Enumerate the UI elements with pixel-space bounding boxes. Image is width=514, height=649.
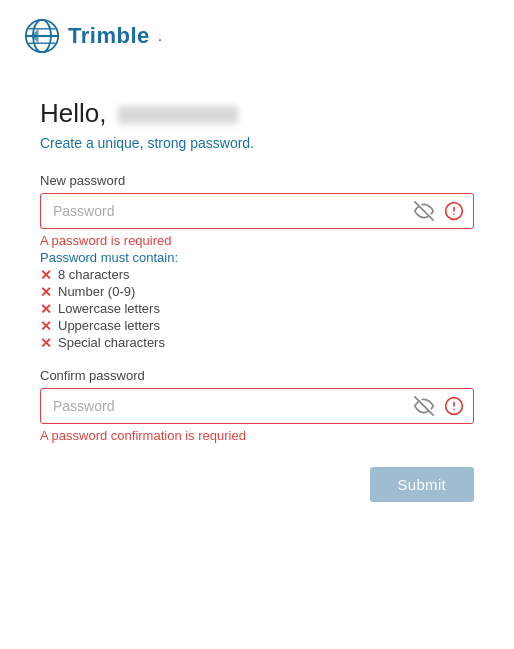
- main-content: Hello, Create a unique, strong password.…: [0, 66, 514, 534]
- req-x-icon: ✕: [40, 285, 52, 299]
- logo: Trimble.: [24, 18, 490, 54]
- confirm-password-error: A password confirmation is requried: [40, 428, 474, 443]
- greeting-heading: Hello,: [40, 98, 474, 129]
- req-number: ✕ Number (0-9): [40, 284, 474, 299]
- svg-marker-5: [31, 29, 38, 43]
- logo-text: Trimble: [68, 23, 150, 49]
- user-name-redacted: [118, 106, 238, 124]
- req-lowercase: ✕ Lowercase letters: [40, 301, 474, 316]
- confirm-password-label: Confirm password: [40, 368, 474, 383]
- trimble-logo-icon: [24, 18, 60, 54]
- must-contain-label: Password must contain:: [40, 250, 474, 265]
- toggle-confirm-password-visibility-button[interactable]: [412, 394, 436, 418]
- req-lowercase-text: Lowercase letters: [58, 301, 160, 316]
- req-uppercase-text: Uppercase letters: [58, 318, 160, 333]
- req-special: ✕ Special characters: [40, 335, 474, 350]
- req-number-text: Number (0-9): [58, 284, 135, 299]
- req-special-text: Special characters: [58, 335, 165, 350]
- confirm-password-wrapper: [40, 388, 474, 424]
- req-x-icon: ✕: [40, 268, 52, 282]
- req-8-chars: ✕ 8 characters: [40, 267, 474, 282]
- footer-row: Submit: [40, 467, 474, 502]
- new-password-alert-icon[interactable]: [442, 199, 466, 223]
- confirm-password-input[interactable]: [40, 388, 474, 424]
- submit-button[interactable]: Submit: [370, 467, 475, 502]
- new-password-label: New password: [40, 173, 474, 188]
- req-x-icon: ✕: [40, 319, 52, 333]
- password-reset-card: Trimble. Hello, Create a unique, strong …: [0, 0, 514, 649]
- req-8-chars-text: 8 characters: [58, 267, 130, 282]
- requirements-list: ✕ 8 characters ✕ Number (0-9) ✕ Lowercas…: [40, 267, 474, 350]
- hello-text: Hello,: [40, 98, 106, 128]
- confirm-password-section: Confirm password: [40, 368, 474, 443]
- new-password-error: A password is required: [40, 233, 474, 248]
- new-password-input[interactable]: [40, 193, 474, 229]
- confirm-password-alert-icon[interactable]: [442, 394, 466, 418]
- new-password-wrapper: [40, 193, 474, 229]
- toggle-new-password-visibility-button[interactable]: [412, 199, 436, 223]
- req-uppercase: ✕ Uppercase letters: [40, 318, 474, 333]
- subtitle-text: Create a unique, strong password.: [40, 135, 474, 151]
- new-password-icons: [412, 199, 466, 223]
- req-x-icon: ✕: [40, 336, 52, 350]
- header: Trimble.: [0, 0, 514, 66]
- req-x-icon: ✕: [40, 302, 52, 316]
- confirm-password-icons: [412, 394, 466, 418]
